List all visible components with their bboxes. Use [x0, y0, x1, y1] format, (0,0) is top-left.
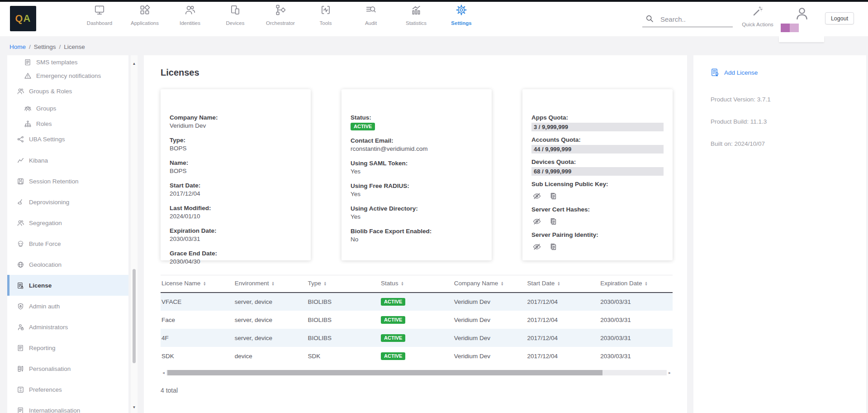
- copy-icon[interactable]: [549, 217, 558, 226]
- sort-icon[interactable]: ▴▾: [645, 281, 647, 286]
- people-icon: [17, 87, 24, 95]
- breadcrumb: Home/Settings/License: [9, 43, 85, 50]
- field-grace-end-date: Grace End Date:2030/04/30: [170, 250, 302, 266]
- table-row: Face server, device BIOLIBS ACTIVE Verid…: [161, 311, 673, 329]
- sort-icon[interactable]: ▴▾: [558, 281, 560, 286]
- nav-item-identities[interactable]: Identities: [167, 4, 213, 26]
- sidebar-item-segregation[interactable]: Segregation: [7, 212, 128, 233]
- orchestrator-icon: [275, 4, 286, 16]
- globe-icon: [17, 261, 24, 269]
- sidebar-item-preferences[interactable]: Preferences: [7, 379, 128, 400]
- person-icon: [794, 6, 810, 21]
- sidebar-item-label: License: [29, 282, 52, 289]
- sidebar-item-reporting[interactable]: Reporting: [7, 337, 128, 358]
- sidebar-item-kibana[interactable]: Kibana: [7, 150, 128, 171]
- page-title: Licenses: [161, 67, 673, 78]
- nav-item-applications[interactable]: Applications: [122, 4, 167, 26]
- sidebar-item-emergency-notifications[interactable]: Emergency notifications: [7, 69, 128, 82]
- sidebar-item-personalisation[interactable]: Personalisation: [7, 358, 128, 379]
- sort-icon[interactable]: ▴▾: [324, 281, 326, 286]
- nav-item-tools[interactable]: Tools: [303, 4, 348, 26]
- logout-button[interactable]: Logout: [825, 12, 854, 24]
- table-header-row: License Name▴▾ Environment▴▾ Type▴▾ Stat…: [161, 275, 673, 293]
- sidebar-item-internationalisation[interactable]: Internationalisation: [7, 400, 128, 413]
- scroll-up-arrow-icon[interactable]: ▲: [131, 62, 138, 66]
- field-contact-email: Contact Email:rconstantin@veridiumid.com: [351, 137, 483, 153]
- sidebar-item-groups[interactable]: Groups: [7, 100, 128, 117]
- dashboard-icon: [94, 4, 105, 16]
- sidebar-item-deprovisioning[interactable]: Deprovisioning: [7, 192, 128, 212]
- server-cert-hashes: Server Cert Hashes:: [531, 206, 664, 226]
- column-header-status[interactable]: Status▴▾: [380, 275, 453, 293]
- sidebar-item-brute-force[interactable]: Brute Force: [7, 233, 128, 254]
- breadcrumb-home-link[interactable]: Home: [9, 43, 26, 50]
- column-header-company-name[interactable]: Company Name▴▾: [453, 275, 526, 293]
- copy-icon[interactable]: [549, 192, 558, 201]
- license-info-card: Company Name:Veridium Dev Type:BOPS Name…: [161, 89, 311, 260]
- sort-icon[interactable]: ▴▾: [501, 281, 503, 286]
- sidebar-item-admin-auth[interactable]: Admin auth: [7, 296, 128, 317]
- people-icon: [17, 219, 24, 227]
- sidebar-item-groups-roles[interactable]: Groups & Roles: [7, 82, 128, 100]
- column-header-expiration-date[interactable]: Expiration Date▴▾: [599, 275, 673, 293]
- status-badge: ACTIVE: [381, 334, 405, 342]
- nav-item-settings[interactable]: Settings: [439, 4, 484, 26]
- server-pairing-identity: Server Pairing Identity:: [531, 231, 664, 251]
- eye-off-icon[interactable]: [532, 217, 541, 226]
- nav-item-orchestrator[interactable]: Orchestrator: [258, 4, 303, 26]
- column-header-type[interactable]: Type▴▾: [307, 275, 380, 293]
- devices-quota-bar: 68 / 9,999,999: [531, 167, 664, 176]
- floppy-disk-icon: [17, 178, 24, 185]
- sidebar-item-license[interactable]: License: [7, 275, 128, 296]
- eye-off-icon[interactable]: [532, 192, 541, 201]
- license-document-icon: [17, 282, 24, 289]
- sidebar-item-administrators[interactable]: Administrators: [7, 317, 128, 337]
- sidebar-item-label: SMS templates: [36, 59, 78, 66]
- applications-icon: [139, 4, 151, 16]
- share-nodes-icon: [17, 135, 24, 143]
- nav-item-audit[interactable]: Audit: [348, 4, 394, 26]
- sidebar-item-geolocation[interactable]: Geolocation: [7, 254, 128, 275]
- field-free-radius: Using Free RADIUS:Yes: [351, 182, 483, 198]
- table-horizontal-scrollbar: ◂ ▸: [161, 370, 673, 376]
- sort-icon[interactable]: ▴▾: [401, 281, 403, 286]
- sidebar-item-session-retention[interactable]: Session Retention: [7, 171, 128, 192]
- scroll-right-arrow-icon[interactable]: ▸: [667, 370, 673, 375]
- sidebar-item-label: Administrators: [29, 324, 68, 331]
- status-badge: ACTIVE: [381, 352, 405, 360]
- breadcrumb-separator: /: [29, 43, 31, 50]
- nav-item-devices[interactable]: Devices: [213, 4, 258, 26]
- sidebar-item-label: Roles: [36, 120, 52, 127]
- column-header-license-name[interactable]: License Name▴▾: [161, 275, 234, 293]
- column-header-start-date[interactable]: Start Date▴▾: [526, 275, 600, 293]
- right-panel: Add License Product Version: 3.7.1 Produ…: [693, 55, 866, 413]
- scrollbar-thumb[interactable]: [167, 370, 602, 375]
- search-icon[interactable]: [645, 14, 654, 23]
- app-logo[interactable]: QA: [10, 6, 36, 31]
- swatch-purple: [781, 24, 790, 32]
- scroll-down-arrow-icon[interactable]: ▼: [131, 405, 138, 409]
- user-avatar[interactable]: [794, 6, 810, 23]
- devices-quota: Devices Quota:68 / 9,999,999: [531, 158, 664, 176]
- scrollbar-track[interactable]: [166, 370, 667, 375]
- column-header-environment[interactable]: Environment▴▾: [234, 275, 307, 293]
- sidebar-item-label: Segregation: [29, 220, 62, 226]
- nav-item-statistics[interactable]: Statistics: [394, 4, 439, 26]
- eye-off-icon[interactable]: [532, 242, 541, 251]
- sort-icon[interactable]: ▴▾: [272, 281, 274, 286]
- add-license-button[interactable]: Add License: [711, 68, 866, 77]
- table-row: SDK device SDK ACTIVE Veridium Dev 2017/…: [161, 347, 673, 365]
- scroll-left-arrow-icon[interactable]: ◂: [161, 370, 166, 375]
- color-swatches: [781, 24, 799, 32]
- sort-icon[interactable]: ▴▾: [204, 281, 205, 286]
- quick-actions-button[interactable]: Quick Actions: [738, 5, 777, 27]
- copy-icon[interactable]: [549, 242, 558, 251]
- magic-wand-icon: [752, 5, 764, 17]
- sidebar-item-sms-templates[interactable]: SMS templates: [7, 55, 128, 69]
- licenses-panel: Licenses Company Name:Veridium Dev Type:…: [144, 55, 687, 413]
- nav-item-dashboard[interactable]: Dashboard: [77, 4, 122, 26]
- search-input[interactable]: [660, 15, 719, 23]
- sidebar-scrollbar-thumb[interactable]: [133, 269, 136, 363]
- sidebar-item-uba-settings[interactable]: UBA Settings: [7, 130, 128, 148]
- sidebar-item-roles[interactable]: Roles: [7, 117, 128, 130]
